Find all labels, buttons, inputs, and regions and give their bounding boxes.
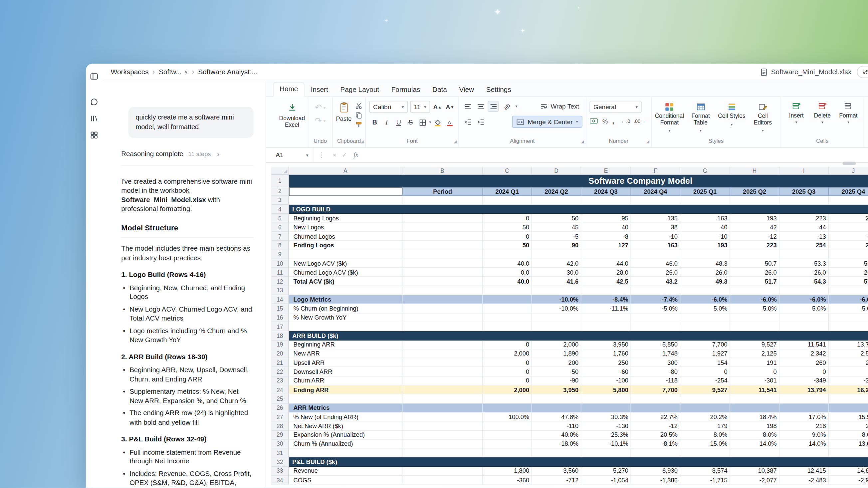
value-cell[interactable]: -2,483 xyxy=(779,476,829,485)
column-header-J[interactable]: J xyxy=(829,167,868,175)
cell[interactable] xyxy=(829,322,868,331)
value-cell[interactable]: 40.0 xyxy=(483,277,532,286)
cell[interactable] xyxy=(779,250,829,259)
value-cell[interactable]: -349 xyxy=(779,376,829,386)
value-cell[interactable]: 0.0 xyxy=(483,268,532,277)
format-table-button[interactable]: Format Table ▾ xyxy=(686,101,715,134)
section-header-cell[interactable]: ARR BUILD ($k) xyxy=(289,331,868,340)
value-cell[interactable]: -8.1% xyxy=(631,439,680,448)
value-cell[interactable] xyxy=(483,304,532,313)
cell[interactable] xyxy=(289,322,402,331)
period-cell[interactable]: 2025 Q1 xyxy=(680,187,730,196)
comma-style-icon[interactable]: , xyxy=(612,117,614,125)
value-cell[interactable]: 11,541 xyxy=(779,340,829,349)
cell[interactable] xyxy=(483,286,532,295)
cell-styles-button[interactable]: Cell Styles ▾ xyxy=(717,101,746,134)
cell[interactable] xyxy=(402,223,483,232)
dialog-launcher-icon[interactable]: ◢ xyxy=(581,140,584,144)
row-header-3[interactable]: 3 xyxy=(271,196,289,205)
value-cell[interactable]: 100.0% xyxy=(483,413,532,421)
value-cell[interactable] xyxy=(730,403,779,413)
value-cell[interactable]: -10.0% xyxy=(532,304,581,313)
value-cell[interactable]: 13,794 xyxy=(829,340,868,349)
value-cell[interactable]: 3,950 xyxy=(532,386,581,394)
period-cell[interactable]: 2024 Q3 xyxy=(581,187,631,196)
value-cell[interactable]: 8.0% xyxy=(730,430,779,439)
row-label-cell[interactable]: % New Growth YoY xyxy=(289,313,402,322)
value-cell[interactable]: -7.4% xyxy=(631,295,680,304)
row-label-cell[interactable]: Ending ARR xyxy=(289,386,402,394)
value-cell[interactable]: 26.0 xyxy=(779,268,829,277)
value-cell[interactable]: 42 xyxy=(730,223,779,232)
chevron-down-icon[interactable]: ▾ xyxy=(429,120,431,124)
cell[interactable] xyxy=(532,394,581,403)
merge-center-button[interactable]: Merge & Center ▾ xyxy=(512,116,583,128)
value-cell[interactable] xyxy=(779,403,829,413)
column-header-G[interactable]: G xyxy=(680,167,730,175)
value-cell[interactable] xyxy=(680,403,730,413)
row-label-cell[interactable]: Beginning ARR xyxy=(289,340,402,349)
row-label-cell[interactable]: COGS xyxy=(289,476,402,485)
increase-decimal-icon[interactable]: .00→ xyxy=(634,118,646,124)
ribbon-tab-data[interactable]: Data xyxy=(426,83,453,97)
value-cell[interactable]: 0 xyxy=(483,358,532,367)
value-cell[interactable]: 2,342 xyxy=(779,349,829,358)
cancel-icon[interactable]: × xyxy=(330,152,339,158)
value-cell[interactable]: 50.7 xyxy=(730,259,779,268)
cell[interactable] xyxy=(680,322,730,331)
cell[interactable] xyxy=(680,394,730,403)
cell[interactable] xyxy=(680,196,730,205)
value-cell[interactable]: 15.0% xyxy=(680,439,730,448)
name-box[interactable]: A1 ▾ xyxy=(271,148,313,162)
value-cell[interactable]: -118 xyxy=(631,376,680,386)
value-cell[interactable]: 50 xyxy=(483,241,532,250)
value-cell[interactable]: -5 xyxy=(532,232,581,241)
value-cell[interactable]: 191 xyxy=(730,358,779,367)
value-cell[interactable]: -12 xyxy=(730,232,779,241)
cell[interactable] xyxy=(779,448,829,457)
underline-icon[interactable]: U xyxy=(393,117,404,128)
cell[interactable] xyxy=(631,322,680,331)
font-name-select[interactable]: Calibri▾ xyxy=(369,101,408,113)
cell[interactable] xyxy=(631,448,680,457)
value-cell[interactable]: 1,800 xyxy=(483,467,532,476)
number-format-select[interactable]: General▾ xyxy=(589,101,641,113)
merged-title-cell[interactable]: Software Company Model xyxy=(289,175,868,187)
value-cell[interactable]: 26.0 xyxy=(829,268,868,277)
value-cell[interactable]: -8.4% xyxy=(581,295,631,304)
cell[interactable] xyxy=(483,250,532,259)
value-cell[interactable]: -6.0% xyxy=(779,295,829,304)
value-cell[interactable]: 0 xyxy=(680,367,730,376)
dialog-launcher-icon[interactable]: ◢ xyxy=(646,140,649,144)
row-label-cell[interactable]: Total ACV ($k) xyxy=(289,277,402,286)
row-label-cell[interactable]: Expansion % (Annualized) xyxy=(289,430,402,439)
value-cell[interactable]: 54.3 xyxy=(779,277,829,286)
value-cell[interactable]: 53.3 xyxy=(779,259,829,268)
cell[interactable] xyxy=(680,250,730,259)
wrap-text-button[interactable]: Wrap Text xyxy=(537,101,583,111)
chevron-down-icon[interactable]: ▾ xyxy=(306,152,309,157)
cell[interactable] xyxy=(581,250,631,259)
value-cell[interactable]: -100 xyxy=(581,376,631,386)
value-cell[interactable]: -12 xyxy=(631,421,680,430)
value-cell[interactable]: 14.0% xyxy=(730,439,779,448)
value-cell[interactable]: 3,950 xyxy=(581,340,631,349)
value-cell[interactable]: 0 xyxy=(483,232,532,241)
value-cell[interactable] xyxy=(631,313,680,322)
value-cell[interactable]: 5,850 xyxy=(631,340,680,349)
row-label-cell[interactable]: Revenue xyxy=(289,467,402,476)
value-cell[interactable]: 260 xyxy=(779,358,829,367)
value-cell[interactable]: 2,583 xyxy=(829,349,868,358)
cell[interactable] xyxy=(402,340,483,349)
breadcrumb-workspace[interactable]: Softw... xyxy=(159,68,181,75)
cell[interactable] xyxy=(402,448,483,457)
row-header-22[interactable]: 22 xyxy=(271,367,289,376)
row-label-cell[interactable]: Churned Logo ACV ($k) xyxy=(289,268,402,277)
value-cell[interactable]: 17.0% xyxy=(779,413,829,421)
paste-button[interactable]: Paste xyxy=(336,101,352,128)
value-cell[interactable]: 20.5% xyxy=(631,430,680,439)
cell[interactable] xyxy=(402,196,483,205)
value-cell[interactable]: 40 xyxy=(680,223,730,232)
cell[interactable] xyxy=(402,232,483,241)
value-cell[interactable]: 9.0% xyxy=(779,430,829,439)
